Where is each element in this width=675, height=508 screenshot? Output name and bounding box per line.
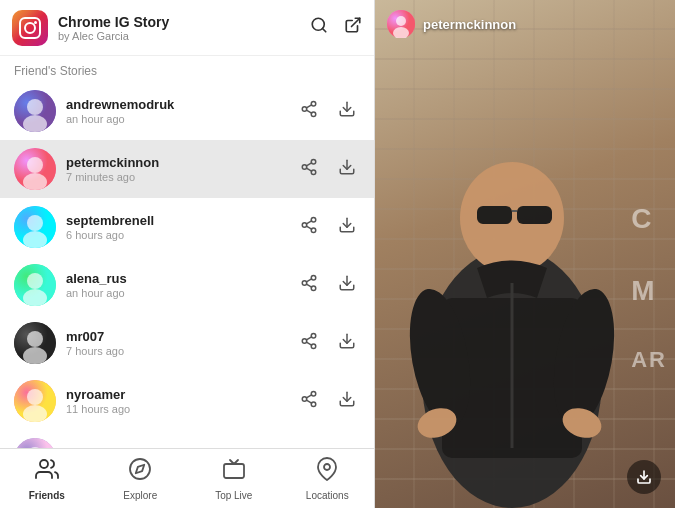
story-actions-nyroamer — [296, 386, 360, 416]
share-icon-andrewnemodruk[interactable] — [296, 96, 322, 126]
svg-line-9 — [306, 110, 311, 113]
story-item-calsnape[interactable]: calsnape 12 hours ago — [0, 430, 374, 448]
story-list: andrewnemodruk an hour ago petermckinnon… — [0, 82, 374, 448]
nav-item-locations[interactable]: Locations — [281, 451, 375, 507]
external-link-icon[interactable] — [344, 16, 362, 39]
svg-line-18 — [306, 168, 311, 171]
story-item-alena_rus[interactable]: alena_rus an hour ago — [0, 256, 374, 314]
nav-label-top-live: Top Live — [215, 490, 252, 501]
story-time-mr007: 7 hours ago — [66, 345, 296, 357]
svg-marker-77 — [136, 464, 144, 472]
nav-icon-top-live — [222, 457, 246, 487]
nav-item-explore[interactable]: Explore — [94, 451, 188, 507]
story-username-petermckinnon: petermckinnon — [66, 155, 296, 170]
app-title: Chrome IG Story — [58, 14, 310, 30]
svg-point-57 — [14, 438, 56, 448]
share-icon-septembrenell[interactable] — [296, 212, 322, 242]
story-item-petermckinnon[interactable]: petermckinnon 7 minutes ago — [0, 140, 374, 198]
svg-point-79 — [324, 464, 330, 470]
video-username-bar: petermckinnon — [387, 10, 516, 38]
avatar-andrewnemodruk — [14, 90, 56, 132]
download-icon-petermckinnon[interactable] — [334, 154, 360, 184]
nav-label-friends: Friends — [29, 490, 65, 501]
story-item-mr007[interactable]: mr007 7 hours ago — [0, 314, 374, 372]
svg-line-2 — [352, 18, 360, 26]
download-icon-andrewnemodruk[interactable] — [334, 96, 360, 126]
section-label: Friend's Stories — [0, 56, 374, 82]
video-panel: petermckinnon C M AR — [375, 0, 675, 508]
svg-line-10 — [306, 105, 311, 108]
svg-rect-78 — [224, 464, 244, 478]
download-icon-nyroamer[interactable] — [334, 386, 360, 416]
svg-point-4 — [27, 99, 43, 115]
story-item-nyroamer[interactable]: nyroamer 11 hours ago — [0, 372, 374, 430]
svg-line-27 — [306, 226, 311, 229]
story-time-alena_rus: an hour ago — [66, 287, 296, 299]
share-icon-calsnape[interactable] — [296, 444, 322, 448]
app-subtitle: by Alec Garcia — [58, 30, 310, 42]
download-icon-calsnape[interactable] — [334, 444, 360, 448]
overlay-ar: AR — [631, 347, 667, 373]
video-username-text: petermckinnon — [423, 17, 516, 32]
nav-icon-friends — [35, 457, 59, 487]
avatar-septembrenell — [14, 206, 56, 248]
share-icon-mr007[interactable] — [296, 328, 322, 358]
avatar-mr007 — [14, 322, 56, 364]
share-icon-petermckinnon[interactable] — [296, 154, 322, 184]
story-username-andrewnemodruk: andrewnemodruk — [66, 97, 296, 112]
download-icon-mr007[interactable] — [334, 328, 360, 358]
svg-point-22 — [27, 215, 43, 231]
left-panel: Chrome IG Story by Alec Garcia Friend's … — [0, 0, 375, 508]
overlay-m: M — [631, 275, 667, 307]
bottom-nav: Friends Explore Top Live Locations — [0, 448, 374, 508]
avatar-petermckinnon — [14, 148, 56, 190]
story-actions-calsnape — [296, 444, 360, 448]
svg-point-40 — [27, 331, 43, 347]
right-overlay-text: C M AR — [631, 203, 667, 373]
header-text: Chrome IG Story by Alec Garcia — [58, 14, 310, 42]
nav-item-top-live[interactable]: Top Live — [187, 451, 281, 507]
svg-point-76 — [130, 459, 150, 479]
story-item-andrewnemodruk[interactable]: andrewnemodruk an hour ago — [0, 82, 374, 140]
story-actions-septembrenell — [296, 212, 360, 242]
overlay-c: C — [631, 203, 667, 235]
svg-point-49 — [27, 389, 43, 405]
share-icon-alena_rus[interactable] — [296, 270, 322, 300]
svg-line-28 — [306, 221, 311, 224]
svg-line-45 — [306, 342, 311, 345]
logo-dot — [34, 21, 37, 24]
app-header: Chrome IG Story by Alec Garcia — [0, 0, 374, 56]
nav-label-explore: Explore — [123, 490, 157, 501]
svg-line-55 — [306, 395, 311, 398]
svg-point-13 — [27, 157, 43, 173]
story-info-andrewnemodruk: andrewnemodruk an hour ago — [66, 97, 296, 125]
avatar-calsnape — [14, 438, 56, 448]
story-item-septembrenell[interactable]: septembrenell 6 hours ago — [0, 198, 374, 256]
story-info-petermckinnon: petermckinnon 7 minutes ago — [66, 155, 296, 183]
story-actions-alena_rus — [296, 270, 360, 300]
story-time-nyroamer: 11 hours ago — [66, 403, 296, 415]
avatar-alena_rus — [14, 264, 56, 306]
svg-rect-82 — [477, 206, 512, 224]
story-time-septembrenell: 6 hours ago — [66, 229, 296, 241]
svg-line-1 — [322, 28, 325, 31]
download-icon-septembrenell[interactable] — [334, 212, 360, 242]
svg-rect-83 — [517, 206, 552, 224]
svg-line-37 — [306, 279, 311, 282]
story-info-mr007: mr007 7 hours ago — [66, 329, 296, 357]
nav-item-friends[interactable]: Friends — [0, 451, 94, 507]
download-icon-alena_rus[interactable] — [334, 270, 360, 300]
logo-inner — [19, 17, 41, 39]
story-time-andrewnemodruk: an hour ago — [66, 113, 296, 125]
story-actions-mr007 — [296, 328, 360, 358]
story-username-septembrenell: septembrenell — [66, 213, 296, 228]
nav-label-locations: Locations — [306, 490, 349, 501]
share-icon-nyroamer[interactable] — [296, 386, 322, 416]
svg-point-92 — [396, 16, 406, 26]
story-info-calsnape: calsnape 12 hours ago — [66, 445, 296, 448]
search-icon[interactable] — [310, 16, 328, 39]
header-icons — [310, 16, 362, 39]
svg-line-36 — [306, 284, 311, 287]
story-actions-petermckinnon — [296, 154, 360, 184]
video-download-button[interactable] — [627, 460, 661, 494]
